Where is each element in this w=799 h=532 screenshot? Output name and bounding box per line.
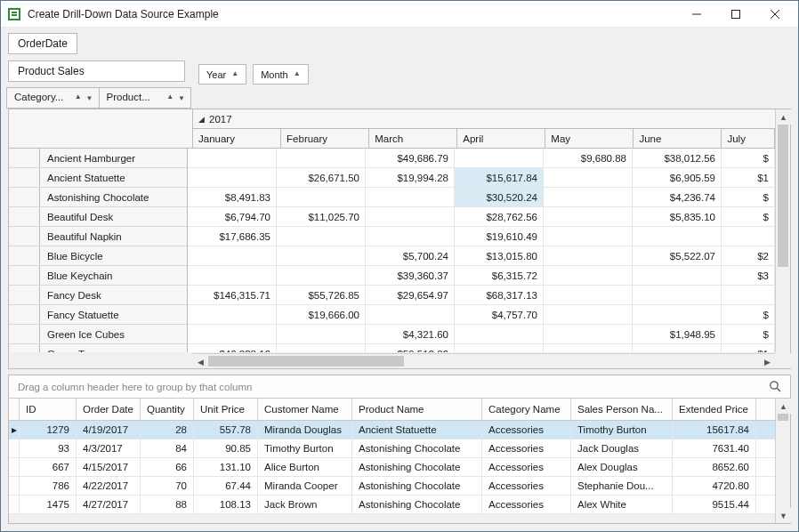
pivot-cell[interactable] (277, 325, 366, 344)
pivot-cell[interactable]: $39,360.37 (366, 266, 455, 286)
pivot-cell[interactable] (277, 344, 366, 352)
table-cell[interactable]: Stephanie Dou... (571, 477, 673, 495)
pivot-cell[interactable]: $6,794.70 (188, 207, 277, 227)
table-cell[interactable]: 4/19/2017 (77, 421, 141, 439)
table-cell[interactable]: 84 (141, 439, 194, 457)
table-cell[interactable]: 28 (141, 421, 194, 439)
pivot-cell[interactable] (277, 246, 366, 266)
row-label[interactable]: Green Tea (9, 344, 188, 352)
scroll-up-icon[interactable]: ▲ (776, 399, 791, 414)
table-cell[interactable]: 9515.44 (673, 496, 756, 513)
scroll-thumb[interactable] (778, 414, 788, 421)
row-label[interactable]: Beautiful Desk (9, 207, 188, 227)
column-header[interactable]: Sales Person Na... (571, 399, 673, 420)
table-cell[interactable]: 70 (141, 477, 194, 495)
month-header[interactable]: April (457, 129, 545, 148)
table-cell[interactable]: Astonishing Chocolate (352, 458, 482, 476)
table-cell[interactable]: 131.10 (194, 458, 258, 476)
table-cell[interactable]: Astonishing Chocolate (352, 477, 482, 495)
month-header[interactable]: January (193, 129, 281, 148)
pivot-cell[interactable]: $ (722, 305, 775, 325)
table-row[interactable]: 934/3/20178490.85Timothy BurtonAstonishi… (9, 439, 775, 458)
table-cell[interactable]: 1475 (20, 496, 77, 513)
group-by-panel[interactable]: Drag a column header here to group by th… (9, 375, 790, 399)
table-cell[interactable]: Accessories (482, 458, 571, 476)
table-cell[interactable]: 67.44 (194, 477, 258, 495)
table-cell[interactable]: Astonishing Chocolate (352, 496, 482, 513)
pivot-cell[interactable]: $38,012.56 (633, 149, 722, 168)
pivot-cell[interactable]: $4,757.70 (455, 305, 544, 325)
pivot-cell[interactable] (188, 149, 277, 168)
table-cell[interactable]: Accessories (482, 496, 571, 513)
column-header[interactable]: ID (20, 399, 77, 420)
pivot-cell[interactable]: $26,671.50 (277, 168, 366, 188)
minimize-button[interactable] (677, 1, 716, 28)
dropdown-icon[interactable]: ▼ (178, 94, 185, 102)
table-cell[interactable]: Accessories (482, 477, 571, 495)
table-cell[interactable]: Alex Douglas (571, 458, 673, 476)
scroll-left-icon[interactable]: ◀ (193, 354, 208, 369)
pivot-cell[interactable] (366, 188, 455, 207)
pivot-cell[interactable] (633, 344, 722, 352)
pivot-cell[interactable]: $49,686.79 (366, 149, 455, 168)
table-cell[interactable]: Miranda Douglas (258, 421, 352, 439)
pivot-cell[interactable] (366, 305, 455, 325)
pivot-cell[interactable] (544, 344, 633, 352)
pivot-cell[interactable]: $46,033.16 (188, 344, 277, 352)
table-cell[interactable]: 4/3/2017 (77, 439, 141, 457)
row-label[interactable]: Ancient Hamburger (9, 149, 188, 168)
pivot-cell[interactable]: $11,025.70 (277, 207, 366, 227)
column-header[interactable]: Quantity (141, 399, 194, 420)
pivot-cell[interactable] (722, 286, 775, 305)
pivot-cell[interactable] (633, 266, 722, 286)
row-label[interactable]: Blue Keychain (9, 266, 188, 286)
table-cell[interactable]: Timothy Burton (571, 421, 673, 439)
dropdown-icon[interactable]: ▼ (86, 94, 93, 102)
pivot-cell[interactable] (277, 266, 366, 286)
pivot-cell[interactable] (544, 207, 633, 227)
pivot-cell[interactable]: $ (722, 325, 775, 344)
table-row[interactable]: ▸12794/19/201728557.78Miranda DouglasAnc… (9, 421, 775, 439)
pivot-cell[interactable]: $19,666.00 (277, 305, 366, 325)
pivot-cell[interactable] (544, 266, 633, 286)
table-cell[interactable]: 8652.60 (673, 458, 756, 476)
month-header[interactable]: July (722, 129, 775, 148)
column-header[interactable]: Unit Price (194, 399, 258, 420)
table-cell[interactable]: 7631.40 (673, 439, 756, 457)
table-cell[interactable]: Jack Brown (258, 496, 352, 513)
col-field-year[interactable]: Year▲ (198, 64, 246, 85)
table-cell[interactable]: 557.78 (194, 421, 258, 439)
column-header[interactable]: Customer Name (258, 399, 352, 420)
pivot-cell[interactable] (277, 188, 366, 207)
pivot-cell[interactable]: $1 (722, 344, 775, 352)
row-label[interactable]: Blue Bicycle (9, 246, 188, 266)
col-field-month[interactable]: Month▲ (253, 64, 309, 85)
pivot-cell[interactable] (188, 305, 277, 325)
table-row[interactable]: 7864/22/20177067.44Miranda CooperAstonis… (9, 477, 775, 496)
table-cell[interactable]: 90.85 (194, 439, 258, 457)
pivot-cell[interactable] (366, 227, 455, 246)
collapse-icon[interactable]: ◢ (198, 115, 205, 124)
pivot-cell[interactable] (277, 227, 366, 246)
pivot-cell[interactable] (544, 246, 633, 266)
table-cell[interactable]: Accessories (482, 439, 571, 457)
table-cell[interactable]: 4/27/2017 (77, 496, 141, 513)
pivot-cell[interactable] (544, 286, 633, 305)
row-label[interactable]: Fancy Desk (9, 286, 188, 305)
pivot-cell[interactable]: $4,321.60 (366, 325, 455, 344)
pivot-cell[interactable] (633, 305, 722, 325)
pivot-cell[interactable] (544, 325, 633, 344)
pivot-cell[interactable]: $146,315.71 (188, 286, 277, 305)
pivot-cell[interactable]: $29,654.97 (366, 286, 455, 305)
pivot-cell[interactable]: $ (722, 188, 775, 207)
table-cell[interactable]: 4/22/2017 (77, 477, 141, 495)
row-field-category[interactable]: Category... ▲ ▼ (6, 87, 100, 109)
pivot-cell[interactable]: $17,686.35 (188, 227, 277, 246)
month-header[interactable]: May (545, 129, 634, 148)
pivot-cell[interactable] (544, 227, 633, 246)
maximize-button[interactable] (716, 1, 755, 28)
pivot-cell[interactable]: $19,610.49 (455, 227, 544, 246)
row-label[interactable]: Beautiful Napkin (9, 227, 188, 246)
pivot-cell[interactable] (633, 286, 722, 305)
pivot-cell[interactable] (188, 325, 277, 344)
